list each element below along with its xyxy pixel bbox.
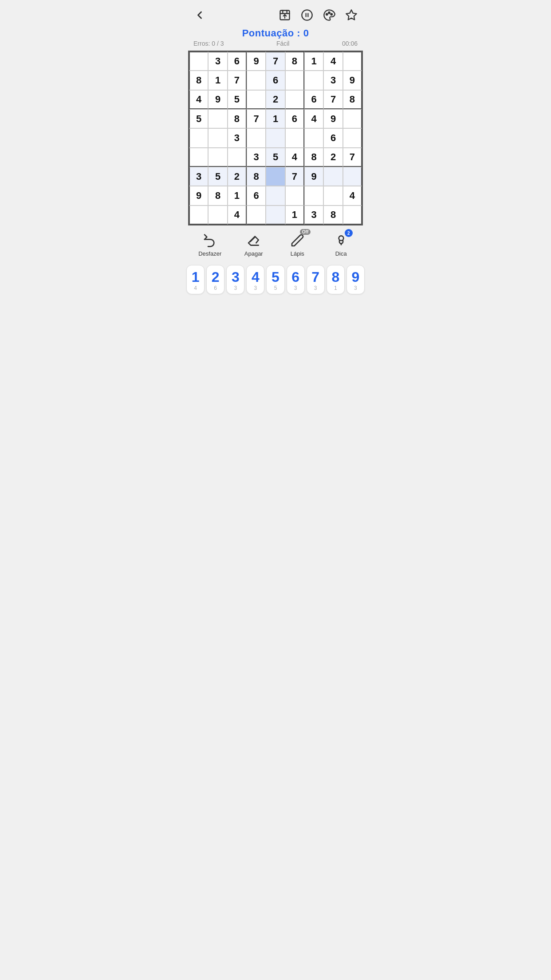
cell-r3-c7[interactable]: 9 xyxy=(323,109,342,128)
cell-r1-c1[interactable]: 1 xyxy=(208,71,227,90)
numpad-btn-5[interactable]: 55 xyxy=(266,265,284,294)
share-button[interactable] xyxy=(277,7,293,23)
numpad-btn-2[interactable]: 26 xyxy=(206,265,224,294)
cell-r7-c3[interactable]: 6 xyxy=(247,186,266,205)
cell-r0-c2[interactable]: 6 xyxy=(228,51,247,71)
numpad-btn-3[interactable]: 33 xyxy=(226,265,244,294)
cell-r4-c5[interactable] xyxy=(285,128,304,147)
cell-r7-c2[interactable]: 1 xyxy=(228,186,247,205)
cell-r1-c8[interactable]: 9 xyxy=(343,71,362,90)
cell-r3-c3[interactable]: 7 xyxy=(247,109,266,128)
cell-r1-c6[interactable] xyxy=(304,71,323,90)
cell-r7-c4[interactable] xyxy=(266,186,285,205)
cell-r5-c8[interactable]: 7 xyxy=(343,148,362,167)
cell-r8-c7[interactable]: 8 xyxy=(323,205,342,225)
cell-r5-c3[interactable]: 3 xyxy=(247,148,266,167)
numpad-btn-6[interactable]: 63 xyxy=(287,265,305,294)
cell-r3-c8[interactable] xyxy=(343,109,362,128)
cell-r1-c5[interactable] xyxy=(285,71,304,90)
cell-r7-c1[interactable]: 8 xyxy=(208,186,227,205)
cell-r8-c2[interactable]: 4 xyxy=(228,205,247,225)
cell-r5-c0[interactable] xyxy=(189,148,208,167)
cell-r7-c0[interactable]: 9 xyxy=(189,186,208,205)
cell-r5-c4[interactable]: 5 xyxy=(266,148,285,167)
undo-button[interactable]: Desfazer xyxy=(197,233,223,257)
cell-r3-c5[interactable]: 6 xyxy=(285,109,304,128)
cell-r8-c5[interactable]: 1 xyxy=(285,205,304,225)
cell-r6-c0[interactable]: 3 xyxy=(189,167,208,186)
cell-r0-c6[interactable]: 1 xyxy=(304,51,323,71)
cell-r7-c6[interactable] xyxy=(304,186,323,205)
cell-r3-c0[interactable]: 5 xyxy=(189,109,208,128)
cell-r8-c4[interactable] xyxy=(266,205,285,225)
numpad-btn-9[interactable]: 93 xyxy=(346,265,365,294)
cell-r2-c2[interactable]: 5 xyxy=(228,90,247,109)
numpad-btn-4[interactable]: 43 xyxy=(246,265,264,294)
cell-r3-c6[interactable]: 4 xyxy=(304,109,323,128)
cell-r2-c3[interactable] xyxy=(247,90,266,109)
cell-r1-c3[interactable] xyxy=(247,71,266,90)
cell-r5-c7[interactable]: 2 xyxy=(323,148,342,167)
cell-r2-c1[interactable]: 9 xyxy=(208,90,227,109)
cell-r5-c5[interactable]: 4 xyxy=(285,148,304,167)
sudoku-grid[interactable]: 3697814817639495267858716493635482735287… xyxy=(189,51,362,225)
cell-r2-c7[interactable]: 7 xyxy=(323,90,342,109)
cell-r2-c5[interactable] xyxy=(285,90,304,109)
cell-r0-c0[interactable] xyxy=(189,51,208,71)
cell-r0-c7[interactable]: 4 xyxy=(323,51,342,71)
cell-r5-c2[interactable] xyxy=(228,148,247,167)
cell-r0-c1[interactable]: 3 xyxy=(208,51,227,71)
cell-r4-c3[interactable] xyxy=(247,128,266,147)
cell-r2-c4[interactable]: 2 xyxy=(266,90,285,109)
cell-r8-c0[interactable] xyxy=(189,205,208,225)
cell-r7-c7[interactable] xyxy=(323,186,342,205)
cell-r2-c0[interactable]: 4 xyxy=(189,90,208,109)
cell-r3-c4[interactable]: 1 xyxy=(266,109,285,128)
numpad-btn-1[interactable]: 14 xyxy=(186,265,205,294)
cell-r0-c5[interactable]: 8 xyxy=(285,51,304,71)
cell-r8-c6[interactable]: 3 xyxy=(304,205,323,225)
cell-r6-c6[interactable]: 9 xyxy=(304,167,323,186)
cell-r6-c7[interactable] xyxy=(323,167,342,186)
cell-r5-c1[interactable] xyxy=(208,148,227,167)
cell-r1-c0[interactable]: 8 xyxy=(189,71,208,90)
cell-r6-c3[interactable]: 8 xyxy=(247,167,266,186)
cell-r3-c1[interactable] xyxy=(208,109,227,128)
settings-button[interactable] xyxy=(343,7,359,23)
cell-r1-c2[interactable]: 7 xyxy=(228,71,247,90)
cell-r2-c8[interactable]: 8 xyxy=(343,90,362,109)
cell-r4-c7[interactable]: 6 xyxy=(323,128,342,147)
cell-r4-c1[interactable] xyxy=(208,128,227,147)
cell-r4-c8[interactable] xyxy=(343,128,362,147)
pencil-button[interactable]: Off Lápis xyxy=(284,233,311,257)
cell-r7-c5[interactable] xyxy=(285,186,304,205)
cell-r4-c0[interactable] xyxy=(189,128,208,147)
cell-r0-c4[interactable]: 7 xyxy=(266,51,285,71)
cell-r0-c8[interactable] xyxy=(343,51,362,71)
cell-r2-c6[interactable]: 6 xyxy=(304,90,323,109)
cell-r4-c4[interactable] xyxy=(266,128,285,147)
erase-button[interactable]: Apagar xyxy=(240,233,267,257)
cell-r8-c8[interactable] xyxy=(343,205,362,225)
cell-r6-c5[interactable]: 7 xyxy=(285,167,304,186)
cell-r1-c4[interactable]: 6 xyxy=(266,71,285,90)
cell-r6-c2[interactable]: 2 xyxy=(228,167,247,186)
palette-button[interactable] xyxy=(321,7,337,23)
pause-button[interactable] xyxy=(299,7,315,23)
hint-button[interactable]: 2 Dica xyxy=(328,233,354,257)
cell-r8-c3[interactable] xyxy=(247,205,266,225)
cell-r4-c2[interactable]: 3 xyxy=(228,128,247,147)
back-button[interactable] xyxy=(192,7,208,23)
numpad-btn-8[interactable]: 81 xyxy=(327,265,345,294)
cell-r3-c2[interactable]: 8 xyxy=(228,109,247,128)
numpad-btn-7[interactable]: 73 xyxy=(307,265,325,294)
cell-r8-c1[interactable] xyxy=(208,205,227,225)
cell-r0-c3[interactable]: 9 xyxy=(247,51,266,71)
cell-r1-c7[interactable]: 3 xyxy=(323,71,342,90)
cell-r6-c4[interactable] xyxy=(266,167,285,186)
cell-r7-c8[interactable]: 4 xyxy=(343,186,362,205)
cell-r5-c6[interactable]: 8 xyxy=(304,148,323,167)
cell-r6-c1[interactable]: 5 xyxy=(208,167,227,186)
cell-r4-c6[interactable] xyxy=(304,128,323,147)
cell-r6-c8[interactable] xyxy=(343,167,362,186)
